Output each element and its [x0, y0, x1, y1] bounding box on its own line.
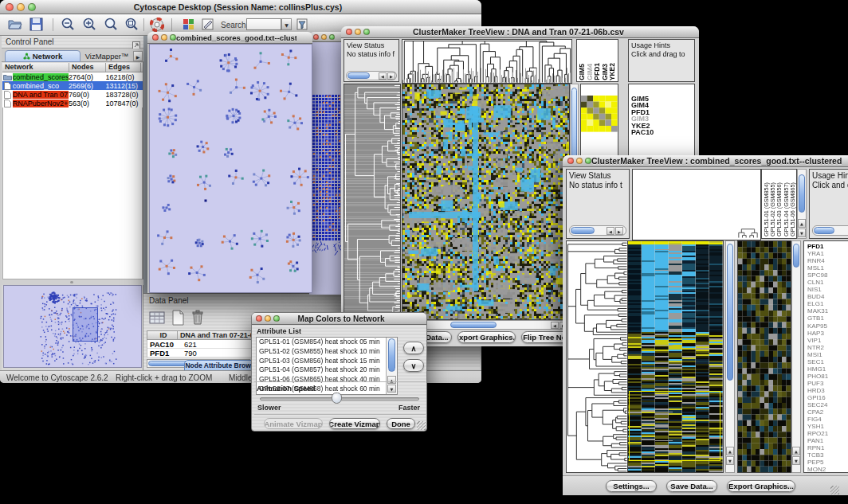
tv1-zoom-heatmap[interactable]: [581, 96, 618, 134]
attribute-list-scrollbar[interactable]: ▲ ▼: [386, 338, 397, 394]
tv2-gene-label[interactable]: PFD1: [807, 243, 828, 250]
tv2-gene-label[interactable]: SEC1: [807, 358, 828, 365]
tv1-hscroll-thumb[interactable]: [450, 322, 497, 328]
tv2-save-data-button[interactable]: Save Data...: [666, 480, 717, 492]
tv2-gene-label[interactable]: PEP5: [807, 459, 828, 466]
tv2-gene-label[interactable]: CPA2: [807, 408, 828, 416]
zoom-selected-icon[interactable]: [124, 18, 139, 35]
animate-vizmap-button[interactable]: Animate Vizmap: [264, 418, 323, 429]
zoom-window-button[interactable]: [363, 29, 370, 35]
tv1-column-label[interactable]: GIM4: [587, 64, 594, 80]
tv1-column-label[interactable]: GIM5: [579, 64, 586, 80]
scroll-down-arrow[interactable]: ▼: [792, 456, 800, 465]
tv1-column-label[interactable]: PAC10: [617, 59, 619, 80]
scroll-down-arrow[interactable]: ▼: [798, 229, 806, 237]
minimize-button[interactable]: [265, 315, 271, 322]
tv2-resize-grip[interactable]: [830, 486, 839, 494]
tv2-column-labels-vscrollbar[interactable]: ▲ ▼: [797, 169, 807, 239]
zoom-out-icon[interactable]: [61, 18, 75, 35]
move-attribute-down-button[interactable]: ∨: [403, 359, 424, 372]
tv1-heatmap-canvas[interactable]: [402, 84, 570, 320]
tv2-gene-label[interactable]: MON2: [807, 466, 828, 473]
tv2-column-dendrogram[interactable]: [632, 169, 761, 240]
tv2-gene-label[interactable]: FIG4: [807, 416, 828, 423]
minimize-button[interactable]: [161, 34, 167, 41]
create-vizmap-button[interactable]: Create Vizmap: [329, 418, 380, 429]
network-table-header-cell[interactable]: Edges: [106, 63, 141, 72]
main-titlebar[interactable]: Cytoscape Desktop (Session Name: collins…: [0, 0, 481, 14]
tv2-usage-scroll-thumb[interactable]: [814, 227, 834, 234]
scroll-up-arrow[interactable]: ▲: [792, 447, 800, 455]
tv2-gene-label[interactable]: HMG1: [807, 365, 828, 373]
close-button[interactable]: [152, 34, 159, 41]
tv2-gene-label[interactable]: BUD4: [807, 293, 828, 300]
slider-thumb[interactable]: [332, 393, 342, 404]
scroll-right-arrow[interactable]: ▶: [387, 72, 395, 80]
attribute-scroll-thumb[interactable]: [388, 338, 395, 372]
tv2-column-label[interactable]: GPL51-03 (GSM856): [776, 182, 782, 236]
attribute-list-item[interactable]: GPL51-02 (GSM855) heat shock 10 min: [257, 347, 397, 357]
tv2-gene-label[interactable]: RPN1: [807, 444, 828, 451]
network-list-item[interactable]: combined_sco2569(6)13112(15): [2, 81, 143, 90]
tv2-gene-label[interactable]: HAP3: [807, 330, 828, 337]
scroll-up-arrow[interactable]: ▲: [798, 219, 806, 228]
minimize-button[interactable]: [355, 29, 361, 35]
data-panel-new-icon[interactable]: [169, 309, 186, 330]
tv2-gene-label[interactable]: SPC98: [807, 272, 828, 279]
tv2-gene-label[interactable]: KAP95: [807, 322, 828, 330]
scroll-left-arrow[interactable]: ◀: [607, 227, 614, 235]
tv2-heatmap-vscroll-thumb[interactable]: [727, 244, 733, 381]
tv2-view-status-scroll-thumb[interactable]: [571, 227, 595, 234]
data-panel-trash-icon[interactable]: [189, 309, 206, 330]
zoom-window-button[interactable]: [28, 3, 36, 11]
tv1-row-dendrogram[interactable]: [344, 84, 401, 320]
data-table-header-cell[interactable]: ID: [147, 331, 178, 339]
tv2-gene-label[interactable]: PHO81: [807, 373, 828, 380]
tv2-usage-scrollbar[interactable]: [812, 225, 848, 236]
network-list-item[interactable]: combined_scores2764(0)16218(0): [2, 72, 143, 81]
scroll-left-arrow[interactable]: ◀: [379, 72, 387, 80]
tv2-gene-label[interactable]: MSL1: [807, 264, 828, 272]
search-dropdown-button[interactable]: ▼: [281, 18, 292, 30]
tab-vizmapper[interactable]: VizMapper™: [82, 50, 132, 62]
tv2-gene-label[interactable]: GPI16: [807, 394, 828, 401]
search-input[interactable]: [246, 18, 281, 30]
attribute-list-item[interactable]: GPL51-06 (GSM865) heat shock 40 min: [257, 375, 397, 385]
tv2-gene-label[interactable]: NIS1: [807, 286, 828, 293]
zoom-window-button[interactable]: [585, 158, 591, 164]
dialog-titlebar[interactable]: Map Colors to Network: [252, 313, 426, 325]
minimize-button[interactable]: [576, 158, 583, 164]
zoom-window-button[interactable]: [329, 34, 335, 40]
open-session-button[interactable]: [7, 18, 22, 34]
tv2-zoom-heatmap[interactable]: [737, 240, 791, 473]
network-table-header-cell[interactable]: Nodes: [69, 63, 106, 72]
close-button[interactable]: [256, 315, 262, 322]
zoom-in-icon[interactable]: [82, 18, 96, 35]
tv2-gene-label[interactable]: RPO21: [807, 430, 828, 437]
tv2-gene-label[interactable]: NTR2: [807, 344, 828, 351]
scroll-left-arrow[interactable]: ◀: [551, 322, 559, 329]
close-button[interactable]: [567, 158, 574, 164]
node-attribute-browser-tab[interactable]: Node Attribute Brows: [184, 360, 256, 371]
tv2-view-status-scrollbar[interactable]: ◀ ▶: [569, 225, 626, 236]
tv2-column-label[interactable]: GPL51-01 (GSM854): [764, 182, 769, 236]
tab-overflow-button[interactable]: ▶: [133, 51, 143, 61]
tv2-export-graphics-button[interactable]: Export Graphics...: [727, 480, 795, 492]
attribute-list-item[interactable]: GPL51-01 (GSM854) heat shock 05 min: [257, 338, 397, 347]
tv2-gene-label[interactable]: MSI1: [807, 351, 828, 358]
dialog-resize-grip[interactable]: [417, 421, 426, 430]
tv2-zoom-vscrollbar[interactable]: ▲ ▼: [791, 240, 801, 473]
tv2-gene-label[interactable]: YSH1: [807, 423, 828, 430]
network-view-canvas[interactable]: [149, 44, 312, 293]
treeview1-titlebar[interactable]: ClusterMaker TreeView : DNA and Tran 07-…: [341, 26, 699, 38]
tv2-gene-label[interactable]: MAK31: [807, 307, 828, 315]
scroll-up-arrow[interactable]: ▲: [387, 376, 396, 384]
minimize-button[interactable]: [17, 3, 25, 11]
attribute-list-item[interactable]: GPL51-03 (GSM856) heat shock 15 min: [257, 357, 397, 366]
panel-splitter[interactable]: [2, 279, 143, 285]
tv1-gene-label[interactable]: PAC10: [631, 129, 654, 135]
tv2-gene-label[interactable]: PAN1: [807, 437, 828, 444]
tv2-gene-label[interactable]: GTB1: [807, 315, 828, 322]
tv1-export-graphics-button[interactable]: Export Graphics...: [457, 331, 516, 343]
save-session-button[interactable]: [29, 18, 43, 34]
